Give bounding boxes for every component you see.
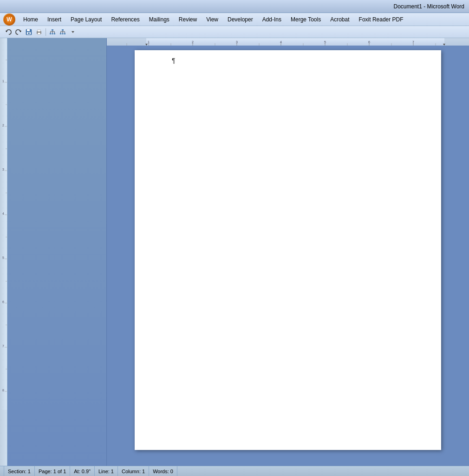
document-area: 1 2 3 4 5 6 7: [107, 38, 469, 466]
menu-merge-tools[interactable]: Merge Tools: [286, 14, 326, 25]
menu-developer[interactable]: Developer: [223, 14, 258, 25]
svg-rect-56: [444, 38, 469, 46]
svg-rect-8: [38, 30, 40, 32]
quick-access-dropdown[interactable]: [68, 27, 78, 37]
status-section: Section: 1: [4, 466, 35, 476]
org-chart-button-2[interactable]: [58, 27, 67, 37]
svg-text:7: 7: [2, 344, 4, 348]
svg-text:1: 1: [2, 79, 4, 83]
status-at: At: 0.9": [70, 466, 95, 476]
office-button[interactable]: W: [2, 13, 17, 26]
svg-rect-21: [62, 33, 64, 34]
document-page[interactable]: ¶: [135, 50, 441, 450]
svg-text:8: 8: [2, 389, 4, 392]
status-line: Line: 1: [95, 466, 118, 476]
svg-rect-4: [27, 29, 30, 31]
main-area: 1 2 3 4 5 6 7 8: [0, 38, 469, 466]
save-button[interactable]: [24, 27, 33, 37]
office-logo: W: [3, 13, 15, 26]
print-button[interactable]: [34, 27, 44, 37]
quick-access-toolbar: [0, 26, 469, 38]
menu-acrobat[interactable]: Acrobat: [326, 14, 354, 25]
menu-review[interactable]: Review: [174, 14, 202, 25]
status-words: Words: 0: [149, 466, 177, 476]
title-bar: Document1 - Microsoft Word: [0, 0, 469, 13]
menu-view[interactable]: View: [202, 14, 223, 25]
status-column: Column: 1: [118, 466, 149, 476]
svg-rect-55: [107, 38, 146, 46]
svg-rect-10: [52, 29, 53, 31]
svg-marker-28: [72, 31, 74, 33]
menu-home[interactable]: Home: [19, 14, 43, 25]
org-chart-button-1[interactable]: [48, 27, 57, 37]
svg-rect-29: [0, 38, 7, 410]
svg-rect-12: [52, 33, 53, 34]
scroll-area[interactable]: ¶: [107, 46, 469, 466]
svg-rect-6: [28, 33, 30, 34]
menu-insert[interactable]: Insert: [43, 14, 66, 25]
undo-button[interactable]: [4, 27, 13, 37]
svg-text:4: 4: [2, 212, 4, 215]
horizontal-ruler: 1 2 3 4 5 6 7: [107, 38, 469, 46]
menu-references[interactable]: References: [106, 14, 144, 25]
redo-button[interactable]: [14, 27, 23, 37]
title-text: Document1 - Microsoft Word: [394, 3, 465, 10]
toolbar-separator-1: [46, 28, 46, 36]
svg-text:W: W: [7, 16, 12, 23]
svg-text:2: 2: [2, 124, 4, 127]
svg-rect-9: [38, 33, 40, 34]
svg-text:6: 6: [2, 300, 4, 304]
menu-mailings[interactable]: Mailings: [144, 14, 174, 25]
status-page: Page: 1 of 1: [35, 466, 70, 476]
vertical-ruler: 1 2 3 4 5 6 7 8: [0, 38, 7, 466]
status-bar: Section: 1 Page: 1 of 1 At: 0.9" Line: 1…: [0, 466, 469, 476]
svg-rect-20: [60, 33, 61, 34]
paragraph-mark: ¶: [172, 57, 176, 64]
svg-text:3: 3: [2, 168, 4, 171]
left-panel: 1 2 3 4 5 6 7 8: [0, 38, 107, 466]
menu-add-ins[interactable]: Add-Ins: [258, 14, 286, 25]
menu-page-layout[interactable]: Page Layout: [66, 14, 106, 25]
svg-rect-22: [64, 33, 65, 34]
menu-foxit[interactable]: Foxit Reader PDF: [354, 14, 408, 25]
svg-text:5: 5: [2, 256, 4, 259]
menu-bar: W Home Insert Page Layout References Mai…: [0, 13, 469, 26]
svg-rect-54: [107, 38, 469, 46]
svg-rect-11: [50, 33, 51, 34]
svg-rect-19: [62, 29, 64, 31]
svg-rect-13: [54, 33, 55, 34]
